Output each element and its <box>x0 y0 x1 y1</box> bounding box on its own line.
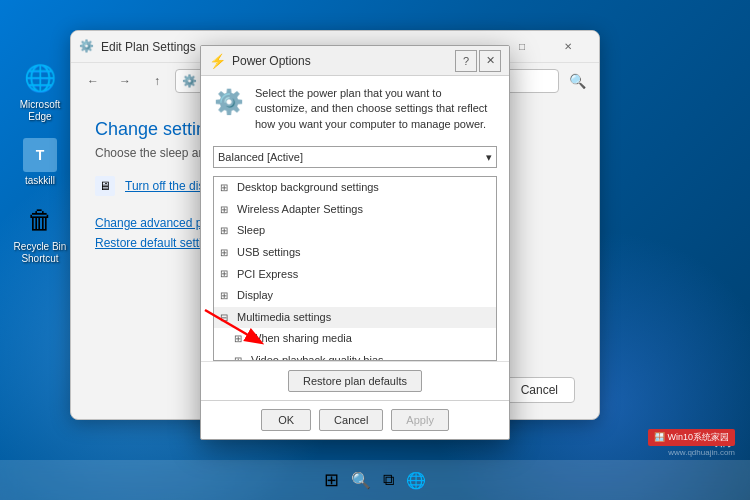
dropdown-row: Balanced [Active] ▾ <box>201 142 509 176</box>
dialog-gear-icon: ⚙️ <box>213 86 245 118</box>
desktop-icons: 🌐 Microsoft Edge T taskkill 🗑 Recycle Bi… <box>10 60 70 265</box>
start-button[interactable]: ⊞ <box>324 469 339 491</box>
dialog-controls: ? ✕ <box>455 50 501 72</box>
tree-item-wireless-text: Wireless Adapter Settings <box>237 201 363 219</box>
cancel-button[interactable]: Cancel <box>319 409 383 431</box>
dialog-header-text: Select the power plan that you want to c… <box>255 86 497 132</box>
dialog-title: Power Options <box>232 54 455 68</box>
plan-dropdown-value: Balanced [Active] <box>218 151 303 163</box>
dialog-titlebar: ⚡ Power Options ? ✕ <box>201 46 509 76</box>
search-taskbar[interactable]: 🔍 <box>351 471 371 490</box>
search-button[interactable]: 🔍 <box>563 67 591 95</box>
taskill-icon-img: T <box>23 138 57 172</box>
tree-item-sleep-text: Sleep <box>237 222 265 240</box>
dropdown-arrow-icon: ▾ <box>486 151 492 164</box>
forward-button[interactable]: → <box>111 67 139 95</box>
plan-dropdown[interactable]: Balanced [Active] ▾ <box>213 146 497 168</box>
dialog-help-button[interactable]: ? <box>455 50 477 72</box>
edge-label: Microsoft Edge <box>10 99 70 123</box>
tree-item-pci-text: PCI Express <box>237 266 298 284</box>
edit-plan-bottom-buttons: Cancel <box>504 377 575 403</box>
tree-item-desktop-bg-text: Desktop background settings <box>237 179 379 197</box>
edit-plan-icon: ⚙️ <box>79 39 95 55</box>
edge-icon[interactable]: 🌐 Microsoft Edge <box>10 60 70 123</box>
dialog-body: ⚙️ Select the power plan that you want t… <box>201 76 509 439</box>
annotation-arrow <box>195 300 275 360</box>
taskill-label: taskkill <box>25 175 55 187</box>
tree-item-pci[interactable]: ⊞ PCI Express <box>214 264 496 286</box>
taskill-icon[interactable]: T taskkill <box>10 138 70 187</box>
dialog-close-button[interactable]: ✕ <box>479 50 501 72</box>
recycle-icon-img: 🗑 <box>22 202 58 238</box>
power-options-dialog: ⚡ Power Options ? ✕ ⚙️ Select the power … <box>200 45 510 440</box>
expand-icon-usb: ⊞ <box>220 245 234 261</box>
expand-icon-desktop-bg: ⊞ <box>220 180 234 196</box>
desktop: 🌐 Microsoft Edge T taskkill 🗑 Recycle Bi… <box>0 0 750 500</box>
recycle-label: Recycle BinShortcut <box>14 241 67 265</box>
taskview-button[interactable]: ⧉ <box>383 471 394 489</box>
watermark-url: www.qdhuajin.com <box>648 447 735 458</box>
dialog-power-icon: ⚡ <box>209 53 226 69</box>
tree-item-desktop-bg[interactable]: ⊞ Desktop background settings <box>214 177 496 199</box>
tree-item-sleep[interactable]: ⊞ Sleep <box>214 220 496 242</box>
expand-icon-pci: ⊞ <box>220 266 234 282</box>
edge-taskbar[interactable]: 🌐 <box>406 471 426 490</box>
edit-plan-cancel-button[interactable]: Cancel <box>504 377 575 403</box>
recycle-icon[interactable]: 🗑 Recycle BinShortcut <box>10 202 70 265</box>
back-button[interactable]: ← <box>79 67 107 95</box>
svg-line-1 <box>205 310 260 342</box>
edge-icon-img: 🌐 <box>22 60 58 96</box>
apply-button[interactable]: Apply <box>391 409 449 431</box>
expand-icon-sleep: ⊞ <box>220 223 234 239</box>
win10-logo: 🪟 Win10系统家园 <box>648 429 735 446</box>
taskbar: ⊞ 🔍 ⧉ 🌐 <box>0 460 750 500</box>
restore-plan-button[interactable]: Restore plan defaults <box>288 370 422 392</box>
dialog-footer: Restore plan defaults <box>201 361 509 400</box>
dialog-action-row: OK Cancel Apply <box>201 400 509 439</box>
ok-button[interactable]: OK <box>261 409 311 431</box>
expand-icon-wireless: ⊞ <box>220 202 234 218</box>
tree-item-usb[interactable]: ⊞ USB settings <box>214 242 496 264</box>
tree-item-wireless[interactable]: ⊞ Wireless Adapter Settings <box>214 199 496 221</box>
dialog-header-section: ⚙️ Select the power plan that you want t… <box>201 76 509 142</box>
win10-logo-text: 🪟 Win10系统家园 <box>654 432 729 442</box>
close-button[interactable]: ✕ <box>545 31 591 63</box>
up-button[interactable]: ↑ <box>143 67 171 95</box>
display-setting-icon: 🖥 <box>95 176 115 196</box>
tree-item-usb-text: USB settings <box>237 244 301 262</box>
watermark-win10: 🪟 Win10系统家园 www.qdhuajin.com <box>648 429 735 458</box>
